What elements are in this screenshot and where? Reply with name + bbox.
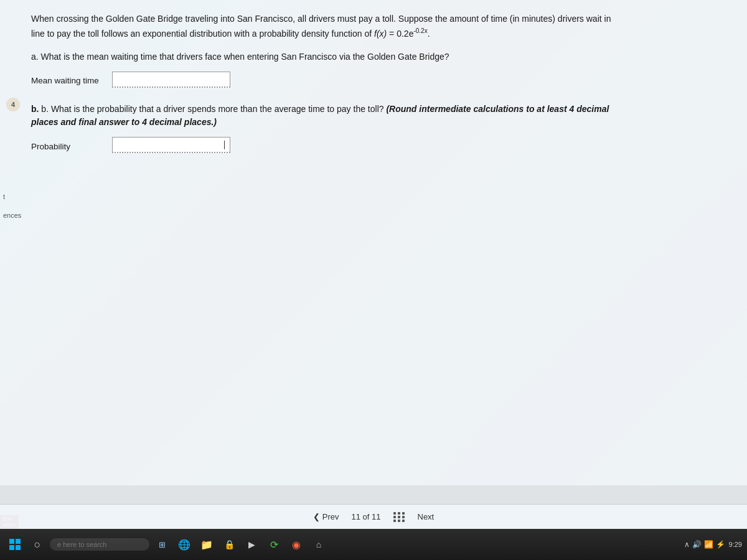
home-icon[interactable]: ⌂: [309, 534, 329, 554]
start-button[interactable]: [5, 534, 25, 554]
pagination-bar: ❮ Prev 11 of 11 Next: [0, 504, 747, 529]
files-icon[interactable]: 📁: [197, 534, 217, 554]
system-tray: ∧ 🔊 📶 ⚡ 9:29: [684, 540, 742, 549]
app-icon-1[interactable]: ▶: [242, 534, 261, 554]
next-button[interactable]: Next: [418, 512, 435, 521]
mean-waiting-input-box[interactable]: [112, 72, 230, 88]
app-icon-2[interactable]: ⟳: [264, 534, 284, 554]
mean-waiting-input-row: Mean waiting time: [31, 72, 728, 90]
volume-icon[interactable]: 📶: [704, 540, 713, 549]
section-part-a: a. What is the mean waiting time that dr…: [31, 50, 728, 90]
mean-input-wrapper: [112, 72, 230, 90]
wifi-icon[interactable]: 🔊: [692, 540, 702, 549]
taskview-icon[interactable]: ⊞: [152, 534, 172, 554]
probability-input-wrapper: [112, 137, 230, 156]
edge-icon[interactable]: 🌐: [174, 534, 194, 554]
text-cursor: [224, 141, 225, 149]
probability-label: Probability: [31, 142, 106, 151]
battery-icon[interactable]: ⚡: [716, 540, 725, 549]
windows-logo-icon: [9, 539, 21, 550]
question-b-text: b. b. What is the probability that a dri…: [31, 103, 622, 129]
clock-time: 9:29: [729, 541, 742, 548]
left-label-ences: ences: [3, 212, 21, 219]
chevron-up-icon[interactable]: ∧: [684, 540, 690, 549]
question-a-text: a. What is the mean waiting time that dr…: [31, 50, 622, 64]
question-intro-text: When crossing the Golden Gate Bridge tra…: [31, 12, 622, 40]
lock-icon[interactable]: 🔒: [219, 534, 239, 554]
system-icons-group: ∧ 🔊 📶 ⚡: [684, 540, 725, 549]
search-circle-icon[interactable]: ○: [27, 534, 47, 554]
grid-view-icon[interactable]: [393, 512, 405, 522]
probability-input-box[interactable]: [112, 137, 230, 153]
app-icon-3[interactable]: ◉: [286, 534, 306, 554]
prev-button[interactable]: ❮ Prev: [313, 512, 339, 521]
probability-input-row: Probability: [31, 137, 728, 156]
taskbar-search-input[interactable]: [50, 538, 149, 551]
left-label-t: t: [3, 193, 5, 200]
section-part-b: b. b. What is the probability that a dri…: [31, 103, 728, 156]
content-panel: 4 t ences When crossing the Golden Gate …: [0, 0, 747, 529]
page-info: 11 of 11: [352, 512, 381, 521]
margin-number-badge: 4: [6, 98, 20, 111]
mean-waiting-label: Mean waiting time: [31, 76, 106, 85]
taskbar: ○ ⊞ 🌐 📁 🔒 ▶ ⟳ ◉ ⌂ ∧ 🔊 📶 ⚡ 9:29: [0, 529, 747, 560]
